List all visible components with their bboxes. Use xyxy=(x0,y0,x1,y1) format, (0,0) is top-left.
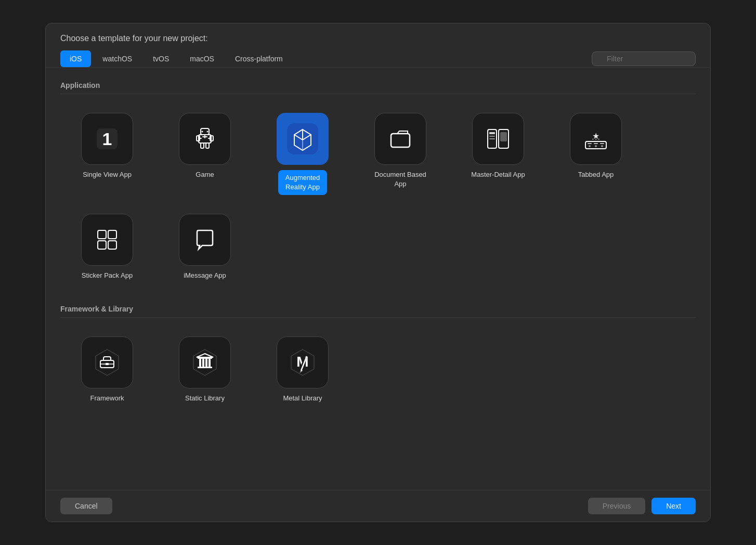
static-library-icon xyxy=(189,347,220,378)
section-framework-library: Framework & Library xyxy=(60,301,696,413)
template-icon-static-library xyxy=(179,336,231,388)
svg-text:• • •: • • • xyxy=(592,137,599,142)
svg-rect-58 xyxy=(208,359,211,367)
svg-marker-48 xyxy=(96,349,119,375)
svg-text:1: 1 xyxy=(102,129,112,149)
tab-ios[interactable]: iOS xyxy=(60,50,91,67)
dialog-title: Choose a template for your new project: xyxy=(60,34,208,43)
template-icon-single-view: 1 xyxy=(81,113,133,165)
svg-rect-53 xyxy=(198,367,212,368)
svg-point-37 xyxy=(595,145,597,147)
template-label-static-library: Static Library xyxy=(185,394,225,403)
template-icon-ar xyxy=(277,113,329,165)
template-single-view-app[interactable]: 1 Single View App xyxy=(60,105,154,201)
template-sticker-pack[interactable]: Sticker Pack App xyxy=(60,205,154,287)
svg-rect-36 xyxy=(594,143,598,144)
tab-cross-platform[interactable]: Cross-platform xyxy=(226,50,292,67)
svg-rect-28 xyxy=(489,136,495,137)
template-icon-document xyxy=(374,113,426,165)
dialog-footer: Cancel Previous Next xyxy=(46,490,710,522)
template-framework[interactable]: Framework xyxy=(60,328,154,409)
footer-right: Previous Next xyxy=(588,498,696,514)
previous-button[interactable]: Previous xyxy=(588,498,645,514)
dialog-header: Choose a template for your new project: xyxy=(46,23,710,50)
filter-wrapper: ⊜ xyxy=(592,51,696,66)
svg-point-39 xyxy=(601,145,603,147)
ar-icon xyxy=(287,123,318,154)
svg-rect-38 xyxy=(600,143,604,144)
svg-rect-55 xyxy=(199,359,201,367)
content-area: Application 1 Single View App xyxy=(46,68,710,490)
template-label-tabbed: Tabbed App xyxy=(578,170,614,179)
tab-watchos[interactable]: watchOS xyxy=(93,50,141,67)
template-label-document: Document BasedApp xyxy=(374,170,426,189)
svg-rect-3 xyxy=(192,126,218,152)
document-icon xyxy=(385,123,416,154)
template-icon-metal-library: M xyxy=(277,336,329,388)
svg-point-10 xyxy=(202,131,203,133)
svg-point-11 xyxy=(207,131,208,133)
framework-grid: Framework xyxy=(60,324,696,413)
template-game[interactable]: Game xyxy=(158,105,252,201)
template-icon-imessage xyxy=(179,214,231,266)
template-label-metal-library: Metal Library xyxy=(283,394,322,403)
template-metal-library[interactable]: M Metal Library xyxy=(256,328,349,409)
section-framework-header: Framework & Library xyxy=(60,301,696,318)
template-icon-framework xyxy=(81,336,133,388)
next-button[interactable]: Next xyxy=(651,498,696,514)
template-master-detail[interactable]: Master-Detail App xyxy=(451,105,545,201)
svg-rect-30 xyxy=(500,132,507,141)
template-label-single-view: Single View App xyxy=(83,170,132,179)
template-static-library[interactable]: Static Library xyxy=(158,328,252,409)
framework-icon xyxy=(92,347,123,378)
template-label-imessage: iMessage App xyxy=(184,271,226,280)
template-label-sticker-pack: Sticker Pack App xyxy=(82,271,133,280)
svg-rect-14 xyxy=(200,138,202,139)
template-label-framework: Framework xyxy=(90,394,124,403)
template-label-master-detail: Master-Detail App xyxy=(471,170,525,179)
template-icon-tabbed: ★ • • • xyxy=(570,113,622,165)
svg-rect-27 xyxy=(489,132,495,134)
svg-rect-56 xyxy=(202,359,204,367)
application-grid: 1 Single View App xyxy=(60,100,696,291)
game-icon xyxy=(189,123,220,154)
tabbed-icon: ★ • • • xyxy=(580,123,611,154)
metal-library-icon: M xyxy=(287,347,318,378)
svg-rect-34 xyxy=(588,143,592,144)
dialog: Choose a template for your new project: … xyxy=(45,23,711,522)
template-tabbed-app[interactable]: ★ • • • Tabbed App xyxy=(549,105,643,201)
cancel-button[interactable]: Cancel xyxy=(60,498,112,514)
filter-area: ⊜ xyxy=(592,51,696,66)
template-imessage[interactable]: iMessage App xyxy=(158,205,252,287)
svg-rect-29 xyxy=(489,138,495,139)
svg-point-35 xyxy=(589,145,591,147)
tab-tvos[interactable]: tvOS xyxy=(144,50,178,67)
single-view-icon: 1 xyxy=(92,123,123,154)
svg-rect-15 xyxy=(208,138,210,139)
template-icon-sticker-pack xyxy=(81,214,133,266)
svg-rect-57 xyxy=(205,359,207,367)
master-detail-icon xyxy=(483,123,514,154)
template-icon-master-detail xyxy=(472,113,524,165)
template-ar-app[interactable]: AugmentedReality App xyxy=(256,105,349,201)
svg-rect-13 xyxy=(204,135,205,138)
svg-rect-51 xyxy=(106,363,109,365)
filter-input[interactable] xyxy=(592,51,696,66)
template-label-ar: AugmentedReality App xyxy=(278,170,328,195)
template-icon-game xyxy=(179,113,231,165)
section-application-header: Application xyxy=(60,77,696,94)
tab-bar: iOS watchOS tvOS macOS Cross-platform ⊜ xyxy=(46,50,710,68)
sticker-pack-icon xyxy=(92,224,123,255)
section-application: Application 1 Single View App xyxy=(60,77,696,291)
template-label-game: Game xyxy=(195,170,214,179)
template-document-app[interactable]: Document BasedApp xyxy=(354,105,447,201)
imessage-icon xyxy=(189,224,220,255)
tab-macos[interactable]: macOS xyxy=(180,50,224,67)
